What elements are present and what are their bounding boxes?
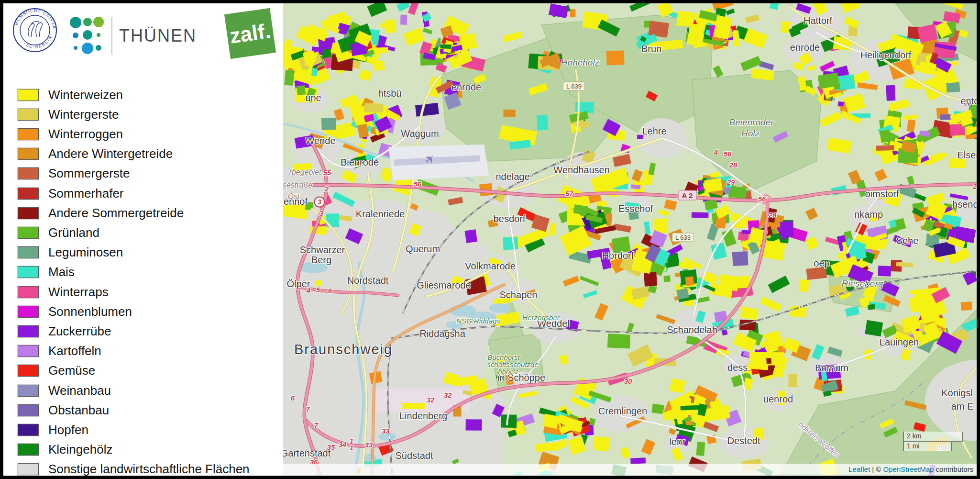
- legend-label: Gemüse: [48, 363, 95, 378]
- legend-row: Leguminosen: [18, 245, 123, 260]
- screenshot-frame: HUMBOLDT·UNIVERSITÄT ·ZU·BERLIN·: [0, 0, 980, 479]
- legend-swatch: [18, 424, 39, 436]
- legend-panel: HUMBOLDT·UNIVERSITÄT ·ZU·BERLIN·: [3, 3, 283, 476]
- legend-row: Winterraps: [18, 285, 109, 299]
- legend-swatch: [18, 246, 39, 258]
- legend-label: Zuckerrübe: [48, 324, 111, 339]
- legend-row: Kartoffeln: [18, 344, 101, 358]
- legend-row: Andere Sommergetreide: [18, 206, 184, 220]
- legend-swatch: [18, 207, 39, 219]
- leaflet-link[interactable]: Leaflet: [848, 465, 870, 473]
- legend-label: Sommerhafer: [48, 186, 124, 201]
- legend-row: Gemüse: [18, 364, 95, 378]
- legend-swatch: [18, 463, 39, 475]
- legend-row: Winterroggen: [18, 127, 123, 141]
- legend-swatch: [18, 188, 39, 200]
- legend-label: Hopfen: [48, 423, 88, 437]
- legend-swatch: [18, 109, 39, 121]
- legend-swatch: [18, 286, 39, 298]
- legend-label: Winterroggen: [48, 127, 123, 142]
- legend-row: Wintergerste: [18, 107, 119, 122]
- legend-label: Sonnenblumen: [48, 304, 132, 319]
- legend-swatch: [18, 167, 39, 179]
- legend-swatch: [18, 385, 39, 397]
- legend-swatch: [18, 365, 39, 377]
- legend-label: Sonstige landwirtschaftliche Flächen: [48, 462, 250, 477]
- scale-km: 2 km: [903, 432, 963, 442]
- legend-label: Obstanbau: [48, 403, 109, 418]
- legend-label: Sommergerste: [48, 166, 130, 181]
- legend-row: Kleingehölz: [18, 443, 112, 457]
- scale-control: 2 km 1 mi: [903, 432, 963, 451]
- legend-label: Wintergerste: [48, 107, 119, 122]
- legend-label: Kleingehölz: [48, 442, 112, 457]
- legend-row: Zuckerrübe: [18, 324, 111, 338]
- legend-row: Mais: [18, 265, 75, 279]
- legend-row: Grünland: [18, 225, 99, 240]
- legend-swatch: [18, 325, 39, 337]
- attribution-bar: Leaflet | © OpenStreetMap contributors: [283, 464, 977, 476]
- legend-row: Sommergerste: [18, 167, 130, 181]
- legend-swatch: [18, 227, 39, 239]
- legend-label: Mais: [48, 265, 75, 279]
- legend-row: Sommerhafer: [18, 186, 124, 201]
- map-canvas[interactable]: ✈ uneWendeenhofBienrodeWaggumhtsbüenrode…: [283, 3, 977, 476]
- legend-swatch: [18, 404, 39, 416]
- legend-row: Andere Wintergetreide: [18, 147, 173, 161]
- crop-legend: WinterweizenWintergersteWinterroggenAnde…: [3, 3, 283, 476]
- legend-swatch: [18, 89, 39, 101]
- legend-label: Winterraps: [48, 285, 109, 300]
- osm-link[interactable]: OpenStreetMap: [883, 465, 934, 473]
- legend-label: Kartoffeln: [48, 344, 101, 358]
- legend-row: Sonnenblumen: [18, 304, 132, 319]
- legend-label: Andere Wintergetreide: [48, 146, 173, 161]
- legend-row: Obstanbau: [18, 403, 109, 417]
- attribution-sep: | ©: [870, 465, 883, 473]
- map-graphic: ✈: [283, 3, 977, 476]
- legend-row: Weinanbau: [18, 383, 111, 398]
- attribution-contributors: contributors: [934, 465, 973, 473]
- legend-row: Sonstige landwirtschaftliche Flächen: [18, 462, 250, 477]
- legend-row: Winterweizen: [18, 88, 123, 102]
- legend-label: Andere Sommergetreide: [48, 206, 184, 221]
- legend-label: Grünland: [48, 225, 99, 240]
- legend-swatch: [18, 128, 39, 140]
- legend-label: Winterweizen: [48, 88, 123, 102]
- scale-mi: 1 mi: [903, 441, 952, 451]
- legend-swatch: [18, 266, 39, 278]
- legend-swatch: [18, 148, 39, 160]
- legend-swatch: [18, 444, 39, 456]
- legend-label: Weinanbau: [48, 383, 111, 398]
- legend-swatch: [18, 345, 39, 357]
- legend-label: Leguminosen: [48, 245, 123, 260]
- legend-row: Hopfen: [18, 423, 88, 437]
- legend-swatch: [18, 306, 39, 318]
